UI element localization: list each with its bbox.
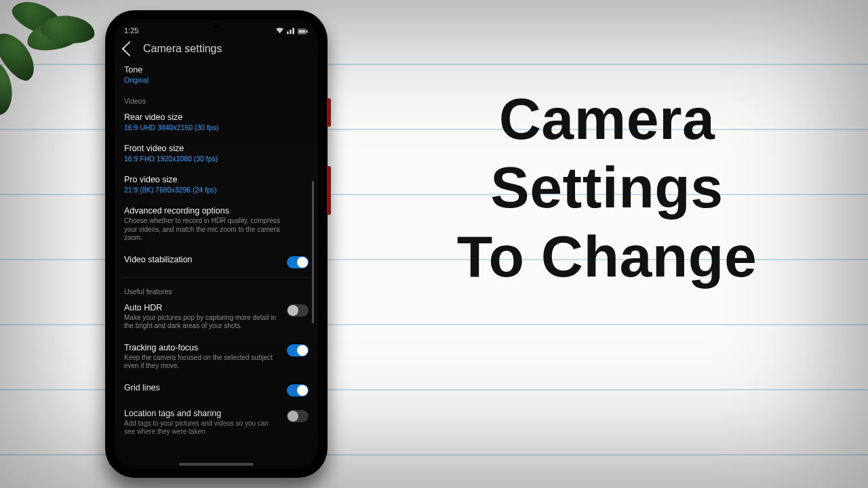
row-value: 16:9 UHD 3840x2160 (30 fps) xyxy=(124,123,309,131)
row-title: Tone xyxy=(124,65,309,75)
row-title: Grid lines xyxy=(124,383,281,392)
power-button xyxy=(327,98,331,127)
divider xyxy=(123,277,310,278)
title-line: To Change xyxy=(387,222,827,291)
row-description: Make your pictures pop by capturing more… xyxy=(124,314,280,331)
row-title: Advanced recording options xyxy=(124,206,309,216)
row-value: Original xyxy=(124,76,309,84)
battery-icon xyxy=(298,28,309,34)
phone-mockup: 1:25 Camera settings xyxy=(105,10,328,478)
toggle-video-stabilization[interactable] xyxy=(287,256,309,268)
row-title: Tracking auto-focus xyxy=(124,343,281,352)
row-title: Video stabilization xyxy=(124,255,281,264)
volume-button xyxy=(327,166,331,215)
paper-background: Camera Settings To Change 1:25 xyxy=(0,0,868,488)
scroll-indicator xyxy=(312,181,314,323)
toggle-auto-hdr[interactable] xyxy=(287,304,309,317)
wifi-icon xyxy=(276,28,283,34)
camera-notch xyxy=(214,22,220,28)
svg-rect-1 xyxy=(298,30,305,33)
svg-rect-2 xyxy=(307,30,308,33)
row-description: Choose whether to record in HDR quality,… xyxy=(124,217,280,243)
status-icons xyxy=(276,28,309,34)
row-title: Front video size xyxy=(124,144,309,153)
row-title: Pro video size xyxy=(124,175,309,184)
row-advanced-recording[interactable]: Advanced recording options Choose whethe… xyxy=(124,200,309,249)
toggle-tracking-autofocus[interactable] xyxy=(287,344,309,357)
row-title: Rear video size xyxy=(124,113,309,122)
plant-decoration xyxy=(0,0,122,129)
section-videos: Videos xyxy=(124,97,309,105)
row-rear-video-size[interactable]: Rear video size 16:9 UHD 3840x2160 (30 f… xyxy=(124,106,309,138)
thumbnail-title: Camera Settings To Change xyxy=(387,85,827,291)
row-title: Location tags and sharing xyxy=(124,409,281,418)
toggle-location-tags[interactable] xyxy=(287,410,309,422)
page-title: Camera settings xyxy=(143,43,222,55)
signal-icon xyxy=(287,28,294,34)
row-value: 16:9 FHD 1920x1080 (30 fps) xyxy=(124,155,309,163)
row-title: Auto HDR xyxy=(124,303,281,312)
row-auto-hdr[interactable]: Auto HDR Make your pictures pop by captu… xyxy=(124,297,309,337)
row-location-tags[interactable]: Location tags and sharing Add tags to yo… xyxy=(124,403,309,443)
status-time: 1:25 xyxy=(124,26,138,35)
gesture-bar[interactable] xyxy=(179,463,254,466)
row-description: Keep the camera focused on the selected … xyxy=(124,354,280,371)
row-grid-lines[interactable]: Grid lines xyxy=(124,377,309,403)
row-front-video-size[interactable]: Front video size 16:9 FHD 1920x1080 (30 … xyxy=(124,138,309,169)
toggle-grid-lines[interactable] xyxy=(287,384,309,396)
title-line: Settings xyxy=(387,153,827,222)
back-icon[interactable] xyxy=(122,41,138,57)
row-video-stabilization[interactable]: Video stabilization xyxy=(124,249,309,274)
section-useful-features: Useful features xyxy=(124,287,309,296)
row-tracking-autofocus[interactable]: Tracking auto-focus Keep the camera focu… xyxy=(124,337,309,377)
title-line: Camera xyxy=(387,85,827,153)
row-description: Add tags to your pictures and videos so … xyxy=(124,420,280,436)
phone-screen: 1:25 Camera settings xyxy=(115,20,318,468)
row-pro-video-size[interactable]: Pro video size 21:9 (8K) 7680x3296 (24 f… xyxy=(124,169,309,200)
settings-list[interactable]: Tone Original Videos Rear video size 16:… xyxy=(115,59,317,463)
row-tone[interactable]: Tone Original xyxy=(124,59,309,90)
row-value: 21:9 (8K) 7680x3296 (24 fps) xyxy=(124,186,309,194)
